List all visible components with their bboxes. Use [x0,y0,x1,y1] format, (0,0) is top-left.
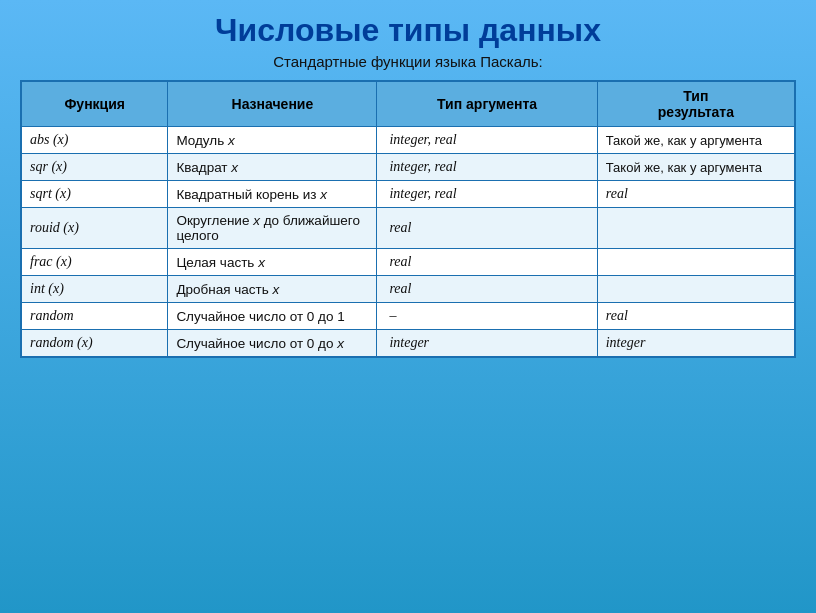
cell-restype [597,249,795,276]
cell-func: sqrt (x) [21,181,168,208]
table-row: randomСлучайное число от 0 до 1–real [21,303,795,330]
functions-table: Функция Назначение Тип аргумента Типрезу… [20,80,796,358]
cell-desc: Случайное число от 0 до 1 [168,303,377,330]
cell-argtype: – [377,303,597,330]
cell-argtype: integer, real [377,181,597,208]
cell-restype: integer [597,330,795,358]
cell-argtype: real [377,208,597,249]
table-row: int (x)Дробная часть xreal [21,276,795,303]
col-header-argtype: Тип аргумента [377,81,597,127]
cell-func: random (x) [21,330,168,358]
table-row: sqr (x)Квадрат xinteger, realТакой же, к… [21,154,795,181]
cell-func: random [21,303,168,330]
cell-argtype: integer, real [377,127,597,154]
cell-func: sqr (x) [21,154,168,181]
cell-desc: Случайное число от 0 до x [168,330,377,358]
cell-desc: Модуль x [168,127,377,154]
cell-argtype: real [377,276,597,303]
table-row: frac (x)Целая часть xreal [21,249,795,276]
cell-desc: Дробная часть x [168,276,377,303]
col-header-restype: Типрезультата [597,81,795,127]
cell-restype: Такой же, как у аргумента [597,127,795,154]
page-title: Числовые типы данных [215,12,601,49]
cell-desc: Округление x до ближайшего целого [168,208,377,249]
cell-argtype: integer [377,330,597,358]
table-row: rouid (x)Округление x до ближайшего цело… [21,208,795,249]
cell-desc: Квадрат x [168,154,377,181]
cell-func: rouid (x) [21,208,168,249]
table-row: random (x)Случайное число от 0 до xinteg… [21,330,795,358]
cell-desc: Целая часть x [168,249,377,276]
cell-restype: real [597,181,795,208]
cell-func: frac (x) [21,249,168,276]
table-row: abs (x)Модуль xinteger, realТакой же, ка… [21,127,795,154]
cell-argtype: integer, real [377,154,597,181]
cell-restype: real [597,303,795,330]
page-subtitle: Стандартные функции языка Паскаль: [273,53,543,70]
cell-desc: Квадратный корень из x [168,181,377,208]
cell-func: int (x) [21,276,168,303]
cell-restype: Такой же, как у аргумента [597,154,795,181]
cell-restype [597,208,795,249]
cell-argtype: real [377,249,597,276]
table-row: sqrt (x)Квадратный корень из xinteger, r… [21,181,795,208]
cell-restype [597,276,795,303]
cell-func: abs (x) [21,127,168,154]
col-header-func: Функция [21,81,168,127]
col-header-desc: Назначение [168,81,377,127]
